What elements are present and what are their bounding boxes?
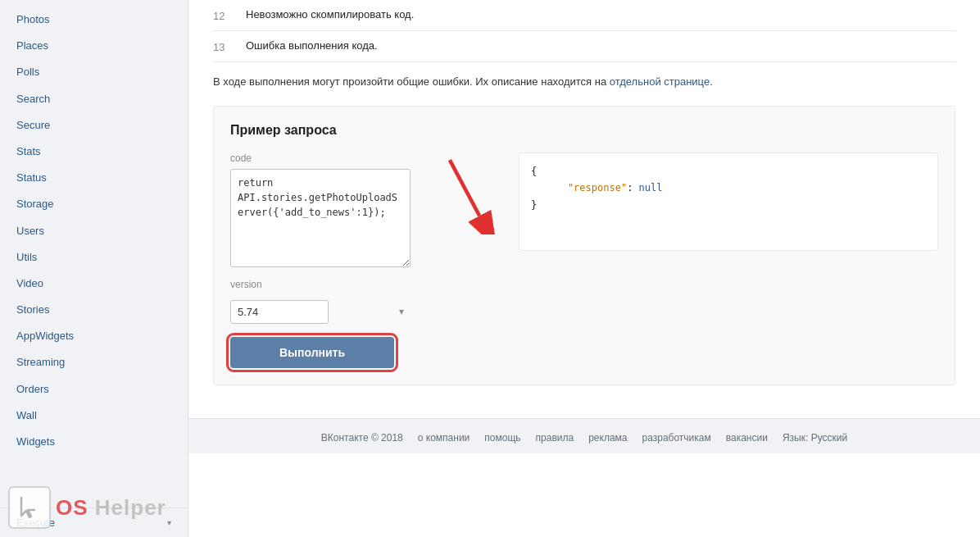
info-line: В ходе выполнения могут произойти общие …	[213, 62, 955, 106]
sidebar-item-stats[interactable]: Stats	[0, 139, 188, 165]
svg-line-1	[450, 160, 479, 216]
error-section: 12Невозможно скомпилировать код.13Ошибка…	[188, 0, 980, 106]
watermark-text: OS Helper	[56, 495, 166, 521]
footer-link-2[interactable]: правила	[536, 432, 574, 444]
footer-lang: Язык: Русский	[783, 432, 847, 444]
code-input[interactable]: return API.stories.getPhotoUploadServer(…	[230, 169, 411, 267]
response-column: { "response": null }	[519, 152, 938, 251]
sidebar-item-stories[interactable]: Stories	[0, 297, 188, 323]
sidebar-item-photos[interactable]: Photos	[0, 7, 188, 33]
footer-link-3[interactable]: реклама	[588, 432, 627, 444]
sidebar-item-places[interactable]: Places	[0, 33, 188, 59]
json-line-1: {	[531, 163, 926, 180]
sidebar-item-video[interactable]: Video	[0, 271, 188, 297]
info-link[interactable]: отдельной странице	[610, 75, 710, 88]
arrow-area	[424, 152, 506, 259]
code-column: code return API.stories.getPhotoUploadSe…	[230, 152, 411, 368]
error-text: Невозможно скомпилировать код.	[246, 8, 414, 20]
main-content: 12Невозможно скомпилировать код.13Ошибка…	[188, 0, 980, 537]
watermark: OS Helper	[8, 486, 166, 529]
footer-link-5[interactable]: вакансии	[726, 432, 768, 444]
version-select[interactable]: 5.74 5.73 5.72 5.71	[230, 300, 329, 324]
footer: ВКонтакте © 2018 о компании помощь прави…	[188, 418, 980, 453]
sidebar: PhotosPlacesPollsSearchSecureStatsStatus…	[0, 0, 188, 537]
sidebar-item-polls[interactable]: Polls	[0, 59, 188, 85]
footer-link-1[interactable]: помощь	[484, 432, 520, 444]
sidebar-item-status[interactable]: Status	[0, 165, 188, 191]
sidebar-item-users[interactable]: Users	[0, 218, 188, 244]
json-line-2: "response": null	[531, 180, 926, 196]
example-box: Пример запроса code return API.stories.g…	[213, 106, 955, 385]
error-row: 13Ошибка выполнения кода.	[213, 31, 955, 62]
footer-link-4[interactable]: разработчикам	[642, 432, 711, 444]
sidebar-item-wall[interactable]: Wall	[0, 403, 188, 429]
chevron-down-icon: ▾	[167, 518, 171, 527]
version-row: version 5.74 5.73 5.72 5.71	[230, 279, 411, 324]
code-label: code	[230, 152, 411, 164]
cursor-icon	[16, 494, 43, 521]
error-num: 13	[213, 39, 246, 53]
version-label: version	[230, 279, 411, 290]
sidebar-item-widgets[interactable]: Widgets	[0, 429, 188, 455]
json-line-3: }	[531, 197, 926, 213]
footer-copyright: ВКонтакте © 2018	[321, 432, 403, 444]
info-text-before: В ходе выполнения могут произойти общие …	[213, 75, 606, 88]
footer-lang-link[interactable]: Русский	[811, 432, 848, 444]
sidebar-item-orders[interactable]: Orders	[0, 376, 188, 403]
sidebar-item-storage[interactable]: Storage	[0, 191, 188, 217]
sidebar-item-streaming[interactable]: Streaming	[0, 349, 188, 375]
error-text: Ошибка выполнения кода.	[246, 39, 378, 52]
sidebar-item-appwidgets[interactable]: AppWidgets	[0, 323, 188, 349]
sidebar-item-search[interactable]: Search	[0, 86, 188, 112]
version-select-wrap: 5.74 5.73 5.72 5.71	[230, 300, 411, 324]
sidebar-item-secure[interactable]: Secure	[0, 112, 188, 139]
json-response: { "response": null }	[519, 152, 938, 251]
red-arrow-icon	[432, 152, 497, 234]
footer-link-0[interactable]: о компании	[418, 432, 470, 444]
sidebar-nav: PhotosPlacesPollsSearchSecureStatsStatus…	[0, 0, 188, 507]
watermark-icon	[8, 486, 51, 529]
sidebar-item-utils[interactable]: Utils	[0, 244, 188, 271]
error-num: 12	[213, 8, 246, 22]
example-area: Пример запроса code return API.stories.g…	[188, 106, 980, 418]
error-row: 12Невозможно скомпилировать код.	[213, 0, 955, 31]
execute-button[interactable]: Выполнить	[230, 337, 394, 368]
example-title: Пример запроса	[230, 123, 938, 138]
execute-btn-wrap: Выполнить	[230, 337, 411, 368]
example-cols: code return API.stories.getPhotoUploadSe…	[230, 152, 938, 368]
